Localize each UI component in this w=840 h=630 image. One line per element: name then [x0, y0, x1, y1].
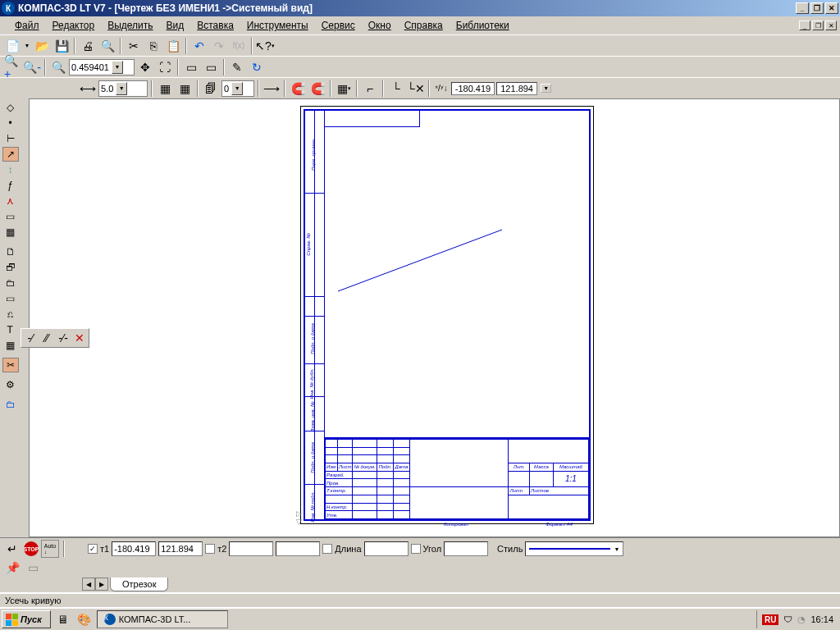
tray-icon[interactable]: 🛡	[783, 614, 792, 624]
dim-icon[interactable]: ⟶	[262, 80, 281, 98]
open-button[interactable]: 📂	[33, 37, 51, 55]
local-cs-button[interactable]: └	[387, 80, 405, 98]
t2-check[interactable]	[205, 544, 215, 554]
dim-button[interactable]: ⟷	[79, 80, 97, 98]
insert-frag-icon[interactable]: 🗋	[2, 244, 19, 259]
refresh-button[interactable]: ↻	[248, 58, 266, 76]
paste-button[interactable]: 📋	[164, 37, 182, 55]
layer-combo[interactable]: 0 ▼	[221, 80, 254, 97]
print-button[interactable]: 🖨	[79, 37, 97, 55]
t1-x-input[interactable]	[112, 541, 156, 556]
ang-input[interactable]	[444, 541, 488, 556]
style-combo[interactable]: ▼	[525, 541, 623, 556]
fx-button[interactable]: f(x)	[230, 37, 248, 55]
redo-button[interactable]: ↷	[210, 37, 228, 55]
start-button[interactable]: Пуск	[2, 610, 51, 628]
close-button[interactable]: ✕	[825, 2, 838, 14]
tab-scroll-left[interactable]: ◀	[82, 578, 95, 591]
lang-indicator[interactable]: RU	[762, 614, 778, 625]
auto-button[interactable]: Auto↓	[41, 540, 59, 558]
menu-libraries[interactable]: Библиотеки	[450, 17, 516, 34]
select-icon[interactable]: ▭	[2, 209, 19, 224]
chevron-down-icon[interactable]: ▼	[231, 82, 243, 95]
spec-icon[interactable]: ▦	[2, 225, 19, 240]
menu-file[interactable]: Файл	[8, 17, 46, 34]
len-input[interactable]	[364, 541, 409, 556]
scale-combo[interactable]: 5.0 ▼	[98, 80, 148, 97]
redraw-button[interactable]: ✎	[228, 58, 246, 76]
params-icon[interactable]: ƒ	[2, 178, 19, 193]
undo-button[interactable]: ↶	[190, 37, 208, 55]
menu-window[interactable]: Окно	[362, 17, 398, 34]
menu-view[interactable]: Вид	[160, 17, 191, 34]
menu-service[interactable]: Сервис	[315, 17, 362, 34]
t1-y-input[interactable]	[158, 541, 203, 556]
tree-icon[interactable]: 🗀	[2, 276, 19, 290]
snap-off-button[interactable]: 🧲	[308, 80, 326, 98]
menu-help[interactable]: Справка	[398, 17, 450, 34]
designations-icon[interactable]: ↗	[2, 147, 19, 162]
view1-button[interactable]: ▭	[182, 58, 200, 76]
ang-check[interactable]	[411, 544, 421, 554]
quick-desktop-icon[interactable]: 🖥	[54, 610, 72, 628]
mdi-restore[interactable]: ❐	[812, 21, 824, 30]
extend-icon[interactable]: -∕-	[55, 329, 71, 347]
new-button[interactable]: 📄	[3, 37, 21, 55]
measure-icon[interactable]: ⋏	[2, 194, 19, 208]
assoc-icon[interactable]: ▭	[2, 291, 19, 306]
zoom-fit-button[interactable]: ⛶	[156, 58, 174, 76]
tab-segment[interactable]: Отрезок	[110, 578, 168, 591]
cut-button[interactable]: ✂	[125, 37, 143, 55]
break-icon[interactable]: ⎌	[2, 307, 19, 322]
minimize-button[interactable]: _	[796, 2, 809, 14]
tab-scroll-right[interactable]: ▶	[95, 578, 108, 591]
text-icon[interactable]: Ꭲ	[2, 322, 19, 337]
attr-icon[interactable]: ⚙	[2, 377, 19, 392]
menu-insert[interactable]: Вставка	[190, 17, 240, 34]
t1-check[interactable]: ✓	[88, 544, 98, 554]
snap-on-button[interactable]: 🧲	[289, 80, 307, 98]
chevron-down-icon[interactable]: ▼	[116, 82, 127, 95]
edit1-icon[interactable]: ↕	[2, 162, 19, 177]
maximize-button[interactable]: ❐	[810, 2, 824, 14]
stop-button[interactable]: STOP	[24, 541, 39, 556]
mdi-minimize[interactable]: _	[799, 21, 810, 30]
preview-button[interactable]: 🔍	[98, 37, 116, 55]
pan-button[interactable]: ✥	[136, 58, 154, 76]
table-icon[interactable]: ▦	[2, 338, 19, 353]
coord-dropdown[interactable]: ▼	[541, 84, 551, 93]
panel-opts-button[interactable]: ▭	[24, 559, 42, 577]
zoom-out-button[interactable]: 🔍-	[23, 58, 41, 76]
view2-button[interactable]: ▭	[202, 58, 220, 76]
len-check[interactable]	[322, 544, 332, 554]
menu-editor[interactable]: Редактор	[46, 17, 102, 34]
layers-button[interactable]: 🗐	[202, 80, 220, 98]
layer2-button[interactable]: ▦	[176, 80, 194, 98]
local-cs-x-button[interactable]: └✕	[407, 80, 425, 98]
panel-pin-button[interactable]: 📌	[3, 559, 21, 577]
menu-select[interactable]: Выделить	[101, 17, 159, 34]
trim-icon[interactable]: ✂	[2, 358, 19, 372]
insert-view-icon[interactable]: 🗗	[2, 260, 19, 275]
apply-button[interactable]: ↵	[3, 540, 21, 558]
quick-paint-icon[interactable]: 🎨	[75, 610, 94, 628]
zoom-combo[interactable]: 0.459401 ▼	[69, 59, 135, 75]
t2-x-input[interactable]	[229, 541, 273, 556]
save-button[interactable]: 💾	[52, 37, 71, 55]
menu-tools[interactable]: Инструменты	[240, 17, 315, 34]
zoom-in-button[interactable]: 🔍+	[3, 58, 21, 76]
task-kompas[interactable]: К КОМПАС-3D LT...	[97, 610, 228, 628]
grid-button[interactable]: ▦▾	[335, 80, 353, 98]
dimensions-icon[interactable]: ⊢	[2, 131, 19, 146]
mdi-close[interactable]: ✕	[825, 21, 837, 30]
3d-icon[interactable]: 🗀	[2, 397, 19, 412]
layer1-button[interactable]: ▦	[156, 80, 174, 98]
clock[interactable]: 16:14	[810, 614, 833, 624]
t2-y-input[interactable]	[276, 541, 320, 556]
delete-icon[interactable]: ✕	[71, 329, 88, 347]
help-cursor-button[interactable]: ↖?▾	[256, 37, 274, 55]
trim-curve-icon[interactable]: -∕	[22, 329, 39, 347]
drawing-canvas[interactable]: Перв. примен. Справ. № Подп. и дата Инв.…	[29, 98, 840, 537]
copy-button[interactable]: ⎘	[144, 37, 162, 55]
chevron-down-icon[interactable]: ▼	[112, 61, 123, 74]
